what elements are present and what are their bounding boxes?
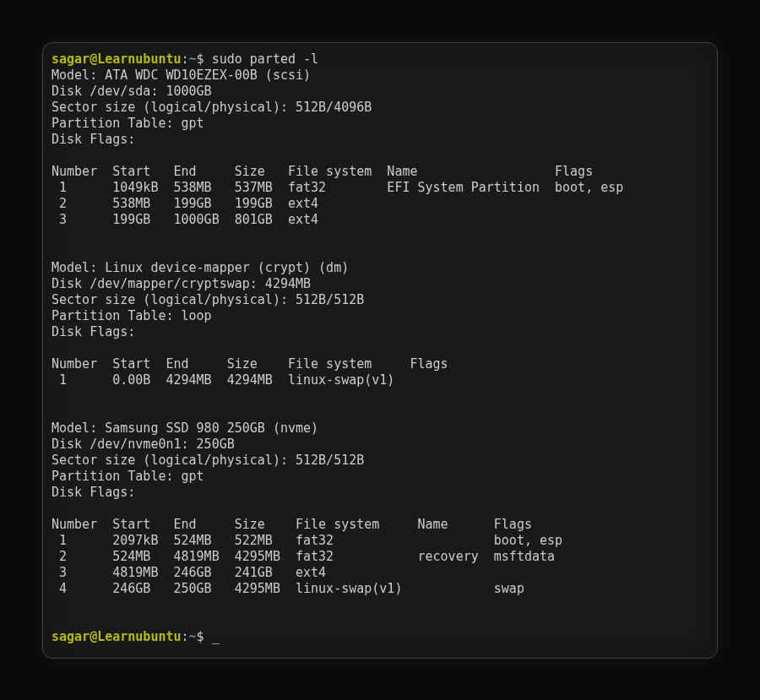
terminal-content: sagar@Learnubuntu:~$ sudo parted -l Mode… [52, 52, 708, 645]
disk3-disk: Disk /dev/nvme0n1: 250GB [52, 437, 235, 452]
prompt-user: sagar@Learnubuntu [52, 629, 182, 644]
disk3-header: Number Start End Size File system Name F… [52, 517, 532, 532]
disk1-row: 2 538MB 199GB 199GB ext4 [52, 196, 318, 211]
disk2-disk: Disk /dev/mapper/cryptswap: 4294MB [52, 276, 311, 291]
prompt-path: ~ [189, 52, 197, 67]
disk3-row: 2 524MB 4819MB 4295MB fat32 recovery msf… [52, 549, 555, 564]
prompt-separator: : [182, 629, 189, 644]
terminal-window[interactable]: sagar@Learnubuntu:~$ sudo parted -l Mode… [42, 42, 718, 659]
prompt-symbol: $ [197, 52, 204, 67]
cursor[interactable]: _ [204, 629, 220, 644]
prompt-path: ~ [189, 629, 197, 644]
disk1-disk: Disk /dev/sda: 1000GB [52, 84, 212, 99]
prompt-separator: : [182, 52, 189, 67]
disk3-sector: Sector size (logical/physical): 512B/512… [52, 453, 364, 468]
disk1-row: 3 199GB 1000GB 801GB ext4 [52, 212, 318, 227]
disk1-table: Partition Table: gpt [52, 116, 204, 131]
disk3-row: 4 246GB 250GB 4295MB linux-swap(v1) swap [52, 581, 524, 596]
disk2-row: 1 0.00B 4294MB 4294MB linux-swap(v1) [52, 372, 394, 388]
disk2-flags: Disk Flags: [52, 324, 143, 339]
disk2-header: Number Start End Size File system Flags [52, 356, 448, 372]
disk2-sector: Sector size (logical/physical): 512B/512… [52, 292, 364, 307]
disk1-row: 1 1049kB 538MB 537MB fat32 EFI System Pa… [52, 180, 623, 195]
disk2-table: Partition Table: loop [52, 308, 212, 323]
disk3-row: 3 4819MB 246GB 241GB ext4 [52, 565, 326, 580]
disk1-flags: Disk Flags: [52, 132, 143, 147]
disk1-model: Model: ATA WDC WD10EZEX-00B (scsi) [52, 68, 311, 83]
prompt-symbol: $ [197, 629, 204, 644]
disk2-model: Model: Linux device-mapper (crypt) (dm) [52, 260, 349, 275]
disk3-flags: Disk Flags: [52, 485, 143, 500]
disk1-header: Number Start End Size File system Name F… [52, 164, 593, 179]
prompt-user: sagar@Learnubuntu [52, 52, 182, 67]
disk3-table: Partition Table: gpt [52, 469, 204, 484]
command-text: sudo parted -l [204, 52, 318, 67]
disk3-model: Model: Samsung SSD 980 250GB (nvme) [52, 421, 318, 436]
disk3-row: 1 2097kB 524MB 522MB fat32 boot, esp [52, 533, 562, 548]
disk1-sector: Sector size (logical/physical): 512B/409… [52, 100, 372, 115]
